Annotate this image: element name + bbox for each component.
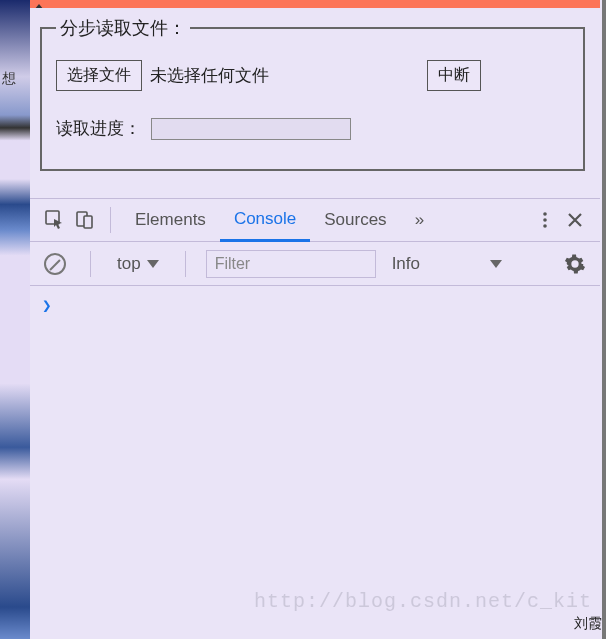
abort-button[interactable]: 中断 [427, 60, 481, 91]
devtools-tabbar: Elements Console Sources » [30, 198, 600, 242]
svg-rect-2 [84, 216, 92, 228]
tabs-overflow-button[interactable]: » [401, 198, 438, 242]
console-body[interactable]: ❯ http://blog.csdn.net/c_kit 刘霞 [30, 286, 600, 633]
context-label: top [117, 254, 141, 274]
inspect-element-icon[interactable] [40, 205, 70, 235]
background-text: 想 [2, 70, 20, 87]
read-progress-bar [151, 118, 351, 140]
chevron-down-icon [147, 260, 159, 268]
svg-point-5 [543, 224, 547, 228]
devtools-menu-icon[interactable] [530, 205, 560, 235]
file-read-fieldset: 分步读取文件： 选择文件 未选择任何文件 中断 读取进度： [40, 16, 585, 171]
tab-sources[interactable]: Sources [310, 198, 400, 242]
log-level-label: Info [392, 254, 420, 274]
separator [185, 251, 186, 277]
author-text: 刘霞 [574, 615, 602, 633]
device-toggle-icon[interactable] [70, 205, 100, 235]
progress-label: 读取进度： [56, 117, 141, 140]
console-prompt: ❯ [42, 296, 52, 315]
clear-console-icon[interactable] [40, 249, 70, 279]
log-level-selector[interactable]: Info [386, 254, 508, 274]
console-settings-icon[interactable] [560, 249, 590, 279]
svg-point-3 [543, 212, 547, 216]
separator [90, 251, 91, 277]
choose-file-button[interactable]: 选择文件 [56, 60, 142, 91]
console-toolbar: top Info [30, 242, 600, 286]
devtools-close-icon[interactable] [560, 205, 590, 235]
top-address-bar-fragment [30, 0, 600, 8]
devtools-panel: Elements Console Sources » top [30, 198, 600, 633]
console-filter-input[interactable] [206, 250, 376, 278]
separator [110, 207, 111, 233]
tab-elements[interactable]: Elements [121, 198, 220, 242]
file-row: 选择文件 未选择任何文件 中断 [56, 60, 569, 91]
fieldset-legend: 分步读取文件： [56, 16, 190, 40]
file-status-text: 未选择任何文件 [150, 64, 269, 87]
chevron-down-icon [490, 260, 502, 268]
background-strip [0, 0, 30, 639]
watermark-text: http://blog.csdn.net/c_kit [254, 590, 592, 613]
svg-point-4 [543, 218, 547, 222]
window-right-edge [602, 0, 606, 639]
tab-console[interactable]: Console [220, 198, 310, 242]
progress-row: 读取进度： [56, 117, 569, 140]
context-selector[interactable]: top [111, 254, 165, 274]
page-main: 分步读取文件： 选择文件 未选择任何文件 中断 读取进度： Elements C… [30, 8, 600, 633]
